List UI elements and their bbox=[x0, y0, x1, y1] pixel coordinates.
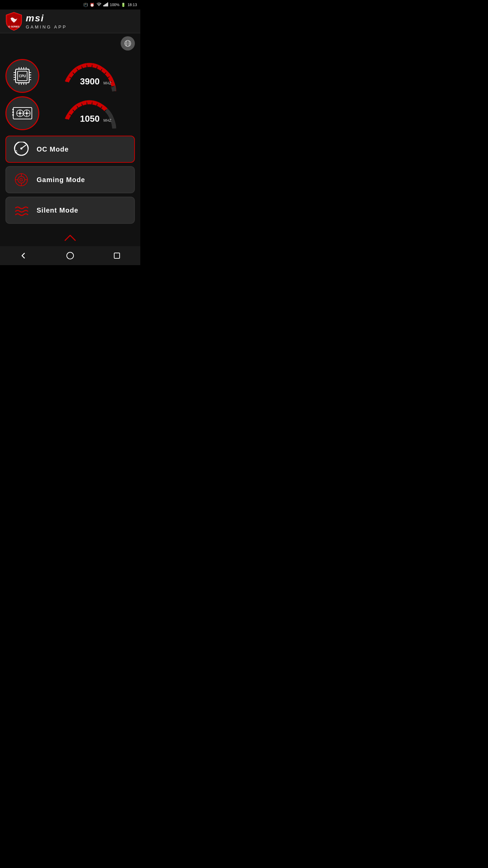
globe-area bbox=[0, 33, 140, 54]
svg-rect-49 bbox=[12, 114, 14, 116]
svg-text:3900: 3900 bbox=[80, 76, 100, 86]
silent-mode-label: Silent Mode bbox=[37, 206, 78, 214]
svg-point-77 bbox=[67, 252, 74, 259]
back-button[interactable] bbox=[13, 249, 34, 262]
recent-button[interactable] bbox=[107, 249, 127, 262]
back-icon bbox=[19, 252, 27, 260]
oc-mode-label: OC Mode bbox=[37, 145, 69, 153]
svg-point-51 bbox=[19, 112, 21, 114]
gaming-mode-label: Gaming Mode bbox=[37, 176, 85, 184]
svg-line-60 bbox=[92, 102, 92, 105]
signal-icon bbox=[103, 2, 108, 7]
svg-text:G SERIES: G SERIES bbox=[8, 25, 19, 28]
svg-rect-47 bbox=[12, 109, 14, 110]
svg-rect-3 bbox=[106, 3, 107, 6]
gaming-app-subtitle: GAMING APP bbox=[26, 24, 67, 29]
gaming-mode-button[interactable]: G Gaming Mode bbox=[5, 166, 135, 193]
silent-mode-icon bbox=[13, 202, 30, 219]
svg-line-36 bbox=[87, 65, 87, 67]
vibrate-icon: 📳 bbox=[83, 3, 88, 7]
oc-mode-icon bbox=[13, 141, 30, 158]
svg-rect-1 bbox=[104, 4, 105, 6]
cpu-gauge: 3900 MHZ bbox=[45, 59, 135, 93]
svg-point-53 bbox=[26, 112, 28, 114]
home-button[interactable] bbox=[60, 249, 80, 262]
language-button[interactable] bbox=[121, 36, 135, 51]
cpu-gauge-svg: 3900 MHZ bbox=[59, 59, 120, 93]
status-icons: 📳 ⏰ 100% 🔋 18:13 bbox=[83, 2, 137, 7]
battery-percentage: 100% bbox=[110, 3, 119, 7]
svg-rect-78 bbox=[114, 253, 120, 258]
nav-bar bbox=[0, 246, 140, 265]
svg-rect-0 bbox=[103, 5, 104, 6]
recent-icon bbox=[113, 252, 121, 259]
msi-brand: msi bbox=[26, 13, 67, 24]
home-icon bbox=[66, 252, 74, 260]
app-header: G SERIES msi GAMING APP bbox=[0, 9, 140, 33]
svg-text:G: G bbox=[19, 177, 23, 182]
battery-icon: 🔋 bbox=[121, 3, 126, 7]
mode-buttons: OC Mode G Gaming Mode bbox=[5, 136, 135, 224]
gpu-gauge: 1050 MHZ bbox=[45, 96, 135, 130]
gpu-row: 1050 MHZ bbox=[5, 96, 135, 130]
globe-icon bbox=[124, 40, 131, 47]
up-arrow-icon bbox=[63, 234, 77, 242]
gaming-mode-icon: G bbox=[13, 171, 30, 188]
gpu-gauge-svg: 1050 MHZ bbox=[59, 96, 120, 130]
main-content: CPU bbox=[0, 54, 140, 229]
bottom-arrow-area bbox=[0, 229, 140, 246]
wifi-icon bbox=[96, 2, 102, 7]
logo-container: G SERIES msi GAMING APP bbox=[5, 12, 67, 31]
svg-point-67 bbox=[20, 147, 22, 150]
svg-text:MHZ: MHZ bbox=[103, 81, 111, 85]
svg-rect-2 bbox=[105, 4, 106, 6]
gpu-icon-circle bbox=[5, 96, 39, 130]
cpu-icon-circle: CPU bbox=[5, 59, 39, 93]
silent-mode-button[interactable]: Silent Mode bbox=[5, 197, 135, 224]
cpu-icon: CPU bbox=[12, 66, 33, 86]
gpu-icon bbox=[12, 105, 34, 122]
oc-mode-button[interactable]: OC Mode bbox=[5, 136, 135, 163]
svg-line-59 bbox=[87, 102, 87, 105]
msi-shield-logo: G SERIES bbox=[5, 12, 22, 31]
svg-text:CPU: CPU bbox=[19, 74, 26, 78]
clock-time: 18:13 bbox=[127, 3, 137, 7]
alarm-icon: ⏰ bbox=[90, 3, 95, 7]
svg-text:1050: 1050 bbox=[80, 114, 100, 124]
svg-text:MHZ: MHZ bbox=[103, 118, 111, 122]
gauges-section: CPU bbox=[5, 59, 135, 130]
svg-rect-4 bbox=[107, 2, 108, 6]
logo-text: msi GAMING APP bbox=[26, 13, 67, 29]
svg-line-37 bbox=[92, 65, 92, 67]
cpu-row: CPU bbox=[5, 59, 135, 93]
status-bar: 📳 ⏰ 100% 🔋 18:13 bbox=[0, 0, 140, 9]
svg-rect-48 bbox=[12, 112, 14, 113]
